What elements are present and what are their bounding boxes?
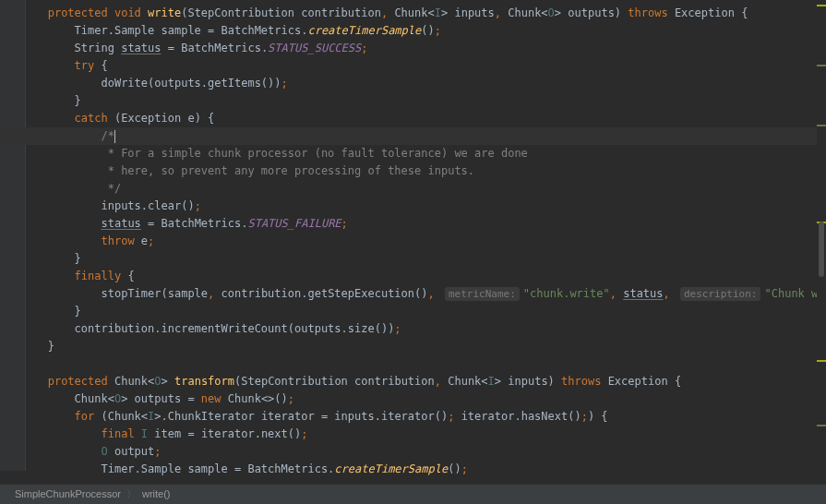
code-token [28, 217, 101, 230]
code-token: final [101, 427, 140, 440]
code-line[interactable]: inputs.clear(); [28, 198, 826, 215]
code-token [28, 375, 48, 388]
code-line[interactable]: O output; [28, 443, 826, 461]
code-token: Exception { [675, 6, 748, 19]
code-token: Chunk< [394, 6, 434, 19]
code-token: (Exception e) { [114, 112, 214, 125]
code-line[interactable]: for (Chunk<I>.ChunkIterator iterator = i… [28, 408, 826, 426]
code-token: Chunk< [114, 375, 154, 388]
code-token: * here, so prevent any more processing o… [28, 164, 474, 177]
scrollbar-thumb[interactable] [819, 222, 824, 277]
code-line[interactable]: Timer.Sample sample = BatchMetrics.creat… [28, 461, 826, 478]
code-token: = BatchMetrics. [162, 42, 269, 54]
code-line[interactable]: * here, so prevent any more processing o… [28, 162, 826, 180]
code-token: Timer.Sample sample = BatchMetrics. [28, 24, 307, 37]
code-line[interactable]: * For a simple chunk processor (no fault… [28, 145, 826, 162]
code-token: for [75, 410, 102, 423]
code-token: >.ChunkIterator iterator = inputs.iterat… [154, 410, 448, 423]
code-token: protected void [48, 6, 148, 19]
code-token: ; [301, 427, 307, 440]
code-line[interactable]: try { [28, 57, 826, 75]
code-line[interactable]: } [28, 250, 826, 268]
code-line[interactable]: finally { [28, 268, 826, 285]
code-line[interactable]: } [28, 92, 826, 110]
code-token [28, 59, 75, 72]
code-token: throw [101, 234, 140, 247]
code-token: > inputs [441, 6, 495, 19]
code-token: Exception { [608, 375, 681, 388]
code-line[interactable]: catch (Exception e) { [28, 110, 826, 127]
code-line[interactable]: String status = BatchMetrics.STATUS_SUCC… [28, 40, 826, 57]
code-token: , [610, 287, 623, 300]
code-token: () [421, 24, 434, 37]
code-token: doWrite(outputs.getItems()) [28, 77, 281, 90]
code-token: Chunk< [508, 6, 547, 19]
code-token: O [154, 375, 161, 388]
code-token [28, 112, 75, 125]
code-token: > outputs) [555, 6, 628, 19]
code-token [28, 270, 75, 282]
code-token: ; [394, 322, 401, 335]
code-line[interactable]: */ [28, 180, 826, 198]
code-token: , [495, 6, 508, 19]
code-line[interactable]: } [28, 338, 826, 355]
code-token: { [101, 59, 107, 72]
code-line[interactable]: throw e; [28, 233, 826, 250]
code-token: transform [174, 375, 234, 388]
code-token: ; [581, 410, 588, 423]
code-line[interactable]: Timer.Sample sample = BatchMetrics.creat… [28, 22, 826, 40]
code-line[interactable]: final I item = iterator.next(); [28, 426, 826, 443]
breadcrumb-bar[interactable]: SimpleChunkProcessor 〉 write() [0, 484, 826, 504]
code-token: ) { [588, 410, 608, 423]
code-token: I [141, 427, 148, 440]
scroll-marker[interactable] [817, 65, 826, 66]
code-token: > [162, 375, 174, 388]
code-token: item = iterator.next() [148, 427, 301, 440]
parameter-hint: metricName: [445, 287, 520, 301]
code-token: , [435, 375, 448, 388]
code-line[interactable]: /* [28, 127, 826, 145]
vertical-scrollbar[interactable] [817, 0, 826, 471]
code-line[interactable]: contribution.incrementWriteCount(outputs… [28, 320, 826, 338]
code-token: , [208, 287, 221, 300]
code-token: * For a simple chunk processor (no fault… [28, 147, 528, 160]
code-token: inputs.clear() [28, 199, 195, 212]
code-token: (StepContribution contribution [181, 6, 381, 19]
code-token: ; [435, 24, 441, 37]
code-line[interactable]: } [28, 303, 826, 320]
code-token: iterator.hasNext() [461, 410, 581, 423]
code-line[interactable]: Chunk<O> outputs = new Chunk<>(); [28, 390, 826, 408]
scroll-marker[interactable] [817, 125, 826, 126]
code-token: = BatchMetrics. [141, 217, 248, 230]
code-token: STATUS_SUCCESS [268, 42, 361, 54]
code-token: , [381, 6, 394, 19]
code-token: STATUS_FAILURE [247, 217, 341, 230]
code-token: , [664, 287, 676, 300]
code-token: I [435, 6, 441, 19]
code-token: status [121, 42, 161, 54]
editor-gutter[interactable] [0, 0, 26, 471]
code-token: status [623, 287, 663, 300]
code-token: ; [361, 42, 367, 54]
code-token: ; [148, 234, 154, 247]
code-token: contribution.getStepExecution() [221, 287, 428, 300]
code-line[interactable]: protected void write(StepContribution co… [28, 5, 826, 22]
code-token: throws [561, 375, 608, 388]
breadcrumb-method[interactable]: write() [137, 486, 176, 503]
code-token [28, 410, 75, 423]
scroll-marker[interactable] [817, 360, 826, 362]
code-line[interactable]: status = BatchMetrics.STATUS_FAILURE; [28, 215, 826, 233]
scroll-marker[interactable] [817, 425, 826, 426]
code-token: */ [28, 182, 121, 195]
code-line[interactable]: doWrite(outputs.getItems()); [28, 75, 826, 92]
code-line[interactable] [28, 355, 826, 373]
breadcrumb-class[interactable]: SimpleChunkProcessor [9, 486, 126, 503]
code-token: ; [154, 445, 161, 458]
code-line[interactable]: stopTimer(sample, contribution.getStepEx… [28, 285, 826, 303]
code-token: () [448, 462, 461, 475]
code-token: > inputs) [495, 375, 561, 388]
code-editor[interactable]: protected void write(StepContribution co… [28, 5, 826, 478]
code-token: try [75, 59, 102, 72]
code-line[interactable]: protected Chunk<O> transform(StepContrib… [28, 373, 826, 390]
scroll-marker[interactable] [817, 5, 826, 6]
